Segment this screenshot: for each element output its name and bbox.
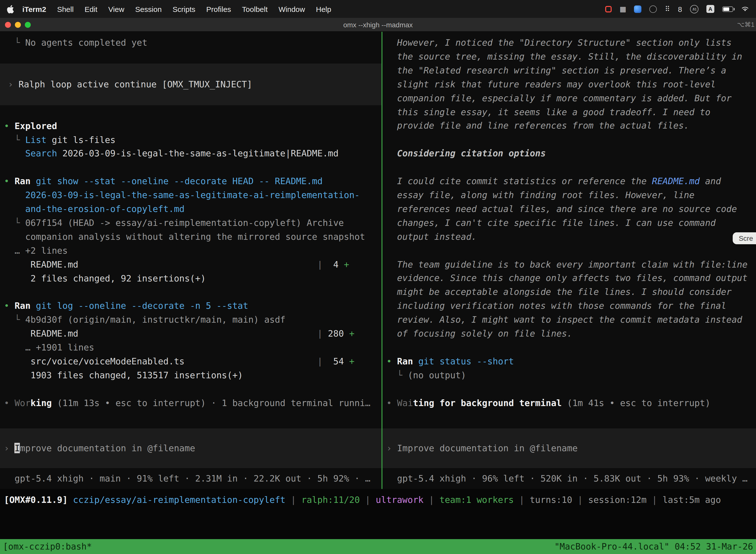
text-segment: mprove documentation in @filename bbox=[20, 443, 195, 453]
terminal-line: However, I noticed the "Directory Struct… bbox=[386, 36, 756, 50]
right-scrollback: However, I noticed the "Directory Struct… bbox=[382, 32, 756, 428]
text-segment: 54 bbox=[323, 356, 349, 366]
terminal-line: README.md | 4 + bbox=[4, 258, 381, 271]
menu-toolbelt[interactable]: Toolbelt bbox=[237, 5, 273, 13]
terminal-line bbox=[386, 382, 756, 396]
text-segment: | bbox=[360, 494, 376, 505]
text-segment: • Wor bbox=[4, 398, 30, 408]
text-segment: of focusing solely on file lines. bbox=[386, 328, 572, 339]
omx-version: [OMX#0.11.9] bbox=[4, 494, 73, 505]
terminal-line: └ No agents completed yet bbox=[4, 36, 381, 50]
terminal-line: └ 067f154 (HEAD -> essay/ai-reimplementa… bbox=[4, 216, 381, 230]
terminal-line: the source tree, missing the essay. Stil… bbox=[386, 50, 756, 63]
screen-record-stop-icon[interactable] bbox=[605, 6, 612, 12]
terminal-line: … +1901 lines bbox=[4, 340, 381, 354]
text-segment: review. Also, I might want to inspect th… bbox=[386, 314, 742, 325]
menu-help[interactable]: Help bbox=[311, 5, 337, 13]
omx-team: team:1 workers bbox=[440, 494, 514, 505]
terminal-line: references need actual files, and since … bbox=[386, 202, 756, 216]
text-segment: README.md bbox=[4, 259, 317, 269]
text-segment: (1m 41s • esc to interrupt) bbox=[562, 397, 711, 408]
terminal-line: └ List git ls-files bbox=[4, 133, 381, 147]
tmux-pane-left[interactable]: └ No agents completed yet › Ralph loop a… bbox=[0, 32, 381, 489]
minimize-button[interactable] bbox=[15, 21, 21, 27]
stat-widget-icon[interactable]: 8 bbox=[678, 5, 682, 13]
terminal-line: changes, I can't cite specific file line… bbox=[386, 216, 756, 230]
menu-session[interactable]: Session bbox=[130, 5, 167, 13]
text-segment: | bbox=[317, 328, 322, 339]
omx-last-activity: last:5m ago bbox=[663, 494, 721, 505]
text-segment: | bbox=[286, 494, 301, 505]
session-status-line: gpt-5.4 xhigh · main · 91% left · 2.31M … bbox=[4, 472, 370, 486]
text-segment: the "Related research writing" section i… bbox=[386, 65, 726, 75]
menu-window[interactable]: Window bbox=[273, 5, 311, 13]
text-segment: └ bbox=[4, 315, 25, 325]
menu-app-name[interactable]: iTerm2 bbox=[17, 5, 52, 13]
terminal-line: Search 2026-03-09-is-legal-the-same-as-l… bbox=[4, 147, 381, 161]
screen-sharing-overlay[interactable]: Scre bbox=[733, 232, 756, 244]
input-source-icon[interactable]: A bbox=[706, 5, 714, 13]
menu-profiles[interactable]: Profiles bbox=[201, 5, 237, 13]
terminal-line: might be acceptable alongside the file l… bbox=[386, 285, 756, 299]
working-status-line: • Working (11m 13s • esc to interrupt) ·… bbox=[4, 396, 381, 410]
text-segment: … +2 lines bbox=[4, 245, 68, 256]
right-prompt-input[interactable]: › Improve documentation in @filename bbox=[382, 428, 756, 468]
text-segment: | bbox=[647, 494, 663, 505]
waiting-status-line: • Waiting for background terminal (1m 41… bbox=[386, 396, 756, 410]
dark-circle-app-icon[interactable] bbox=[649, 5, 657, 13]
text-segment: | bbox=[317, 356, 322, 366]
explored-header: • Explored bbox=[4, 119, 381, 133]
bottom-spacer bbox=[0, 511, 756, 539]
tab-shortcut-label: ⌥⌘1 bbox=[737, 21, 755, 28]
text-segment: provide file and line references from th… bbox=[386, 120, 689, 131]
omx-branch: cczip/essay/ai-reimplementation-copyleft bbox=[73, 494, 285, 505]
readme-link: README.md bbox=[652, 176, 700, 186]
text-segment: + bbox=[349, 328, 355, 339]
tmux-pane-right[interactable]: However, I noticed the "Directory Struct… bbox=[382, 32, 756, 489]
text-segment: (11m 13s • esc to interrupt) · 1 backgro… bbox=[52, 398, 371, 408]
text-segment: └ bbox=[4, 134, 25, 145]
wifi-icon[interactable] bbox=[741, 6, 749, 12]
text-segment: king bbox=[30, 398, 52, 408]
text-segment: changes, I can't cite specific file line… bbox=[386, 217, 715, 228]
dots-grid-icon[interactable]: ⠿ bbox=[665, 5, 670, 13]
apple-menu-icon[interactable] bbox=[7, 5, 14, 13]
terminal-line: 2026-03-09-is-legal-the-same-as-legitima… bbox=[4, 188, 381, 202]
keyboard-icon[interactable]: ▦ bbox=[620, 5, 626, 13]
text-segment: • Wai bbox=[386, 397, 413, 408]
input-cursor: I bbox=[15, 443, 20, 453]
battery-percent-circle-icon[interactable]: .61 bbox=[690, 5, 698, 13]
zoom-button[interactable] bbox=[25, 21, 31, 27]
text-segment: and-the-erosion-of-copyleft.md bbox=[4, 204, 185, 214]
menu-view[interactable]: View bbox=[103, 5, 130, 13]
text-segment: essay file, along with finding root file… bbox=[386, 189, 694, 200]
window-title-bar[interactable]: omx --xhigh --madmax ⌥⌘1 bbox=[0, 18, 756, 32]
text-segment: | bbox=[572, 494, 588, 505]
text-segment: However, I noticed the "Directory Struct… bbox=[386, 37, 732, 48]
text-segment: └ bbox=[4, 217, 25, 228]
prompt-input-line: › Improve documentation in @filename bbox=[386, 441, 578, 455]
menu-scripts[interactable]: Scripts bbox=[167, 5, 201, 13]
text-segment: (no output) bbox=[408, 370, 466, 380]
left-session-status: gpt-5.4 xhigh · main · 91% left · 2.31M … bbox=[0, 468, 381, 489]
text-segment: | bbox=[317, 259, 322, 269]
menu-shell[interactable]: Shell bbox=[52, 5, 79, 13]
text-segment: + bbox=[349, 356, 355, 366]
terminal-line: The team guideline is to back every impo… bbox=[386, 258, 756, 271]
text-segment: including verification notes with those … bbox=[386, 300, 726, 311]
text-segment: └ bbox=[386, 370, 408, 380]
battery-icon[interactable] bbox=[722, 6, 733, 12]
right-session-status: gpt-5.4 xhigh · 96% left · 520K in · 5.8… bbox=[382, 468, 756, 489]
menu-edit[interactable]: Edit bbox=[79, 5, 103, 13]
terminal-line bbox=[386, 340, 756, 354]
text-segment: Ralph loop active continue [OMX_TMUX_INJ… bbox=[19, 79, 252, 89]
prompt-chevron: › bbox=[8, 79, 19, 89]
text-segment: … +1901 lines bbox=[4, 342, 94, 352]
text-segment: 2026-03-09-is-legal-the-same-as-legitima… bbox=[57, 148, 338, 159]
close-button[interactable] bbox=[5, 21, 11, 27]
terminal-line: companion file, especially if more comme… bbox=[386, 91, 756, 105]
left-prompt-input[interactable]: › Improve documentation in @filename bbox=[0, 428, 381, 468]
blue-app-icon[interactable] bbox=[634, 5, 642, 13]
bullet-icon: • bbox=[386, 356, 397, 366]
text-segment: and bbox=[700, 176, 721, 186]
